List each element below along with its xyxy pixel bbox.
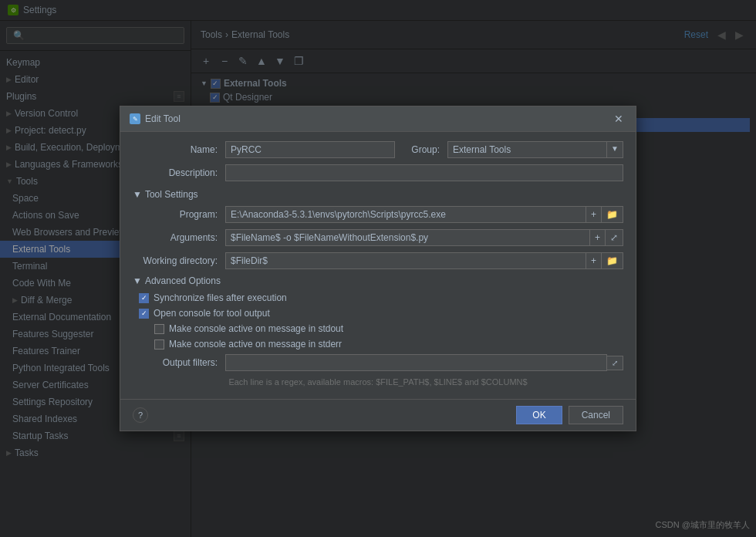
description-label: Description:: [133, 167, 225, 178]
name-label: Name:: [133, 144, 225, 155]
select-arrow-icon: ▼: [607, 141, 623, 158]
sync-files-row: ✓ Synchronize files after execution: [133, 292, 623, 303]
output-filters-row: Output filters: ⤢: [133, 354, 623, 371]
dialog-body: Name: Group: External Tools ▼ Descriptio…: [120, 132, 636, 399]
open-console-row: ✓ Open console for tool output: [133, 308, 623, 319]
program-input[interactable]: [225, 206, 586, 223]
working-dir-browse-button[interactable]: 📁: [602, 252, 623, 269]
output-filters-label: Output filters:: [133, 357, 225, 368]
help-button[interactable]: ?: [133, 407, 148, 423]
open-console-checkbox[interactable]: ✓: [139, 309, 149, 319]
description-row: Description:: [133, 164, 623, 181]
open-console-label: Open console for tool output: [154, 308, 270, 319]
dialog-overlay: ✎ Edit Tool ✕ Name: Group: External Tool…: [0, 0, 756, 537]
name-input[interactable]: [225, 141, 395, 158]
sync-files-checkbox[interactable]: ✓: [139, 293, 149, 303]
working-dir-input[interactable]: [225, 252, 586, 269]
working-dir-row: Working directory: + 📁: [133, 252, 623, 269]
watermark: CSDN @城市里的牧羊人: [656, 519, 750, 531]
name-row: Name: Group: External Tools ▼: [133, 141, 623, 158]
name-field: [225, 141, 401, 158]
advanced-options-header[interactable]: ▼ Advanced Options: [133, 275, 623, 286]
arguments-row: Arguments: + ⤢: [133, 229, 623, 246]
program-add-button[interactable]: +: [586, 206, 602, 223]
program-field: + 📁: [225, 206, 623, 223]
tool-settings-label: Tool Settings: [145, 189, 198, 200]
dialog-icon: ✎: [130, 113, 140, 124]
description-input[interactable]: [225, 164, 623, 181]
dialog-footer: ? OK Cancel: [120, 399, 636, 431]
dialog-title-label: Edit Tool: [145, 113, 181, 124]
arguments-field: + ⤢: [225, 229, 623, 246]
advanced-label: Advanced Options: [145, 275, 221, 286]
dialog-title-bar: ✎ Edit Tool ✕: [120, 106, 636, 132]
working-dir-add-button[interactable]: +: [586, 252, 602, 269]
working-dir-field: + 📁: [225, 252, 623, 269]
ok-button[interactable]: OK: [516, 406, 562, 424]
active-stderr-checkbox[interactable]: [154, 339, 164, 350]
active-stdout-row: Make console active on message in stdout: [133, 323, 623, 334]
program-row: Program: + 📁: [133, 206, 623, 223]
output-filters-input[interactable]: [225, 354, 607, 371]
advanced-section: ▼ Advanced Options ✓ Synchronize files a…: [133, 275, 623, 350]
active-stdout-label: Make console active on message in stdout: [169, 323, 343, 334]
arguments-expand-button[interactable]: ⤢: [606, 229, 623, 246]
working-dir-label: Working directory:: [133, 255, 225, 266]
arguments-label: Arguments:: [133, 232, 225, 243]
advanced-arrow: ▼: [133, 275, 142, 286]
edit-tool-dialog: ✎ Edit Tool ✕ Name: Group: External Tool…: [120, 106, 636, 431]
program-browse-button[interactable]: 📁: [602, 206, 623, 223]
tool-settings-arrow: ▼: [133, 189, 142, 200]
group-field: External Tools ▼: [447, 141, 623, 158]
group-label: Group:: [401, 144, 447, 155]
dialog-close-button[interactable]: ✕: [611, 111, 626, 127]
active-stderr-label: Make console active on message in stderr: [169, 339, 342, 350]
dialog-title-text: ✎ Edit Tool: [130, 113, 181, 124]
sync-files-label: Synchronize files after execution: [154, 292, 287, 303]
cancel-button[interactable]: Cancel: [569, 406, 623, 424]
arguments-add-button[interactable]: +: [590, 229, 606, 246]
output-expand-button[interactable]: ⤢: [607, 356, 623, 370]
program-label: Program:: [133, 209, 225, 220]
active-stdout-checkbox[interactable]: [154, 324, 164, 334]
group-select[interactable]: External Tools: [447, 141, 607, 158]
description-field: [225, 164, 623, 181]
arguments-input[interactable]: [225, 229, 590, 246]
hint-text: Each line is a regex, available macros: …: [133, 374, 623, 390]
active-stderr-row: Make console active on message in stderr: [133, 339, 623, 350]
tool-settings-header: ▼ Tool Settings: [133, 189, 623, 200]
